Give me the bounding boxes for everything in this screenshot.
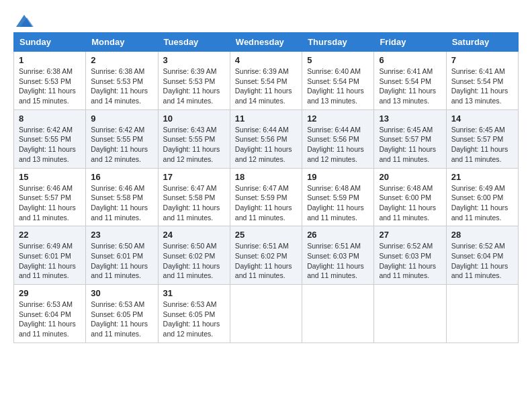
day-number: 26 <box>307 230 369 240</box>
calendar-day-cell <box>302 285 374 343</box>
day-info: Sunrise: 6:40 AM Sunset: 5:54 PM Dayligh… <box>307 66 369 106</box>
day-number: 2 <box>91 55 152 65</box>
day-number: 21 <box>451 172 513 182</box>
logo-icon <box>15 13 34 28</box>
calendar-day-cell: 25 Sunrise: 6:51 AM Sunset: 6:02 PM Dayl… <box>230 226 302 285</box>
day-info: Sunrise: 6:41 AM Sunset: 5:54 PM Dayligh… <box>379 66 441 106</box>
calendar-day-cell: 17 Sunrise: 6:47 AM Sunset: 5:58 PM Dayl… <box>158 168 230 226</box>
calendar-day-cell: 31 Sunrise: 6:53 AM Sunset: 6:05 PM Dayl… <box>158 285 230 343</box>
calendar-day-cell: 24 Sunrise: 6:50 AM Sunset: 6:02 PM Dayl… <box>158 226 230 285</box>
day-info: Sunrise: 6:38 AM Sunset: 5:53 PM Dayligh… <box>19 66 81 106</box>
day-number: 28 <box>451 230 513 240</box>
day-info: Sunrise: 6:46 AM Sunset: 5:57 PM Dayligh… <box>19 183 81 223</box>
calendar-day-cell: 26 Sunrise: 6:51 AM Sunset: 6:03 PM Dayl… <box>302 226 374 285</box>
calendar-day-cell: 13 Sunrise: 6:45 AM Sunset: 5:57 PM Dayl… <box>374 109 446 168</box>
calendar-day-cell: 8 Sunrise: 6:42 AM Sunset: 5:55 PM Dayli… <box>14 109 86 168</box>
day-info: Sunrise: 6:46 AM Sunset: 5:58 PM Dayligh… <box>91 183 152 223</box>
calendar-day-cell: 7 Sunrise: 6:41 AM Sunset: 5:54 PM Dayli… <box>446 52 518 110</box>
calendar-day-cell: 20 Sunrise: 6:48 AM Sunset: 6:00 PM Dayl… <box>374 168 446 226</box>
day-number: 30 <box>91 288 152 298</box>
day-info: Sunrise: 6:44 AM Sunset: 5:56 PM Dayligh… <box>235 125 297 165</box>
day-header-saturday: Saturday <box>446 33 518 52</box>
day-number: 14 <box>451 113 513 124</box>
calendar-day-cell: 6 Sunrise: 6:41 AM Sunset: 5:54 PM Dayli… <box>374 52 446 110</box>
day-info: Sunrise: 6:52 AM Sunset: 6:03 PM Dayligh… <box>379 241 441 281</box>
day-number: 1 <box>19 55 81 65</box>
day-header-friday: Friday <box>374 33 446 52</box>
day-info: Sunrise: 6:41 AM Sunset: 5:54 PM Dayligh… <box>451 66 513 106</box>
day-info: Sunrise: 6:43 AM Sunset: 5:55 PM Dayligh… <box>163 125 225 165</box>
page-header <box>13 13 519 26</box>
day-info: Sunrise: 6:47 AM Sunset: 5:59 PM Dayligh… <box>235 183 297 223</box>
day-header-thursday: Thursday <box>302 33 374 52</box>
day-info: Sunrise: 6:44 AM Sunset: 5:56 PM Dayligh… <box>307 125 369 165</box>
day-number: 3 <box>163 55 225 65</box>
calendar-day-cell: 5 Sunrise: 6:40 AM Sunset: 5:54 PM Dayli… <box>302 52 374 110</box>
day-info: Sunrise: 6:51 AM Sunset: 6:03 PM Dayligh… <box>307 241 369 281</box>
day-info: Sunrise: 6:49 AM Sunset: 6:00 PM Dayligh… <box>451 183 513 223</box>
calendar-day-cell: 10 Sunrise: 6:43 AM Sunset: 5:55 PM Dayl… <box>158 109 230 168</box>
calendar-day-cell: 28 Sunrise: 6:52 AM Sunset: 6:04 PM Dayl… <box>446 226 518 285</box>
day-number: 25 <box>235 230 297 240</box>
day-number: 18 <box>235 172 297 182</box>
day-number: 8 <box>19 113 81 124</box>
day-info: Sunrise: 6:53 AM Sunset: 6:05 PM Dayligh… <box>91 300 152 339</box>
day-number: 19 <box>307 172 369 182</box>
day-number: 4 <box>235 55 297 65</box>
day-number: 20 <box>379 172 441 182</box>
calendar-day-cell: 22 Sunrise: 6:49 AM Sunset: 6:01 PM Dayl… <box>14 226 86 285</box>
day-number: 12 <box>307 113 369 124</box>
day-info: Sunrise: 6:47 AM Sunset: 5:58 PM Dayligh… <box>163 183 225 223</box>
day-number: 10 <box>163 113 225 124</box>
calendar-day-cell: 11 Sunrise: 6:44 AM Sunset: 5:56 PM Dayl… <box>230 109 302 168</box>
day-number: 17 <box>163 172 225 182</box>
day-info: Sunrise: 6:53 AM Sunset: 6:05 PM Dayligh… <box>163 300 225 339</box>
day-number: 13 <box>379 113 441 124</box>
day-header-sunday: Sunday <box>14 33 86 52</box>
calendar-day-cell: 14 Sunrise: 6:45 AM Sunset: 5:57 PM Dayl… <box>446 109 518 168</box>
logo <box>13 13 34 26</box>
day-number: 29 <box>19 288 81 298</box>
day-info: Sunrise: 6:50 AM Sunset: 6:02 PM Dayligh… <box>163 241 225 281</box>
day-header-tuesday: Tuesday <box>158 33 230 52</box>
calendar-week-row: 22 Sunrise: 6:49 AM Sunset: 6:01 PM Dayl… <box>14 226 519 285</box>
day-info: Sunrise: 6:42 AM Sunset: 5:55 PM Dayligh… <box>19 125 81 165</box>
calendar-day-cell: 2 Sunrise: 6:38 AM Sunset: 5:53 PM Dayli… <box>86 52 158 110</box>
calendar-day-cell: 30 Sunrise: 6:53 AM Sunset: 6:05 PM Dayl… <box>86 285 158 343</box>
calendar-day-cell: 9 Sunrise: 6:42 AM Sunset: 5:55 PM Dayli… <box>86 109 158 168</box>
calendar-day-cell <box>374 285 446 343</box>
day-number: 22 <box>19 230 81 240</box>
calendar-day-cell: 4 Sunrise: 6:39 AM Sunset: 5:54 PM Dayli… <box>230 52 302 110</box>
day-number: 11 <box>235 113 297 124</box>
calendar-week-row: 29 Sunrise: 6:53 AM Sunset: 6:04 PM Dayl… <box>14 285 519 343</box>
day-info: Sunrise: 6:38 AM Sunset: 5:53 PM Dayligh… <box>91 66 152 106</box>
day-info: Sunrise: 6:51 AM Sunset: 6:02 PM Dayligh… <box>235 241 297 281</box>
day-info: Sunrise: 6:53 AM Sunset: 6:04 PM Dayligh… <box>19 300 81 339</box>
calendar-day-cell: 1 Sunrise: 6:38 AM Sunset: 5:53 PM Dayli… <box>14 52 86 110</box>
calendar-week-row: 15 Sunrise: 6:46 AM Sunset: 5:57 PM Dayl… <box>14 168 519 226</box>
calendar-table: SundayMondayTuesdayWednesdayThursdayFrid… <box>13 32 519 343</box>
day-number: 24 <box>163 230 225 240</box>
day-info: Sunrise: 6:48 AM Sunset: 6:00 PM Dayligh… <box>379 183 441 223</box>
calendar-day-cell: 27 Sunrise: 6:52 AM Sunset: 6:03 PM Dayl… <box>374 226 446 285</box>
calendar-day-cell: 21 Sunrise: 6:49 AM Sunset: 6:00 PM Dayl… <box>446 168 518 226</box>
day-info: Sunrise: 6:45 AM Sunset: 5:57 PM Dayligh… <box>379 125 441 165</box>
day-number: 27 <box>379 230 441 240</box>
day-info: Sunrise: 6:50 AM Sunset: 6:01 PM Dayligh… <box>91 241 152 281</box>
calendar-day-cell <box>446 285 518 343</box>
day-header-monday: Monday <box>86 33 158 52</box>
day-number: 5 <box>307 55 369 65</box>
calendar-header-row: SundayMondayTuesdayWednesdayThursdayFrid… <box>14 33 519 52</box>
day-number: 23 <box>91 230 152 240</box>
day-info: Sunrise: 6:49 AM Sunset: 6:01 PM Dayligh… <box>19 241 81 281</box>
calendar-week-row: 8 Sunrise: 6:42 AM Sunset: 5:55 PM Dayli… <box>14 109 519 168</box>
calendar-day-cell: 23 Sunrise: 6:50 AM Sunset: 6:01 PM Dayl… <box>86 226 158 285</box>
calendar-day-cell: 18 Sunrise: 6:47 AM Sunset: 5:59 PM Dayl… <box>230 168 302 226</box>
day-info: Sunrise: 6:48 AM Sunset: 5:59 PM Dayligh… <box>307 183 369 223</box>
day-info: Sunrise: 6:42 AM Sunset: 5:55 PM Dayligh… <box>91 125 152 165</box>
day-info: Sunrise: 6:52 AM Sunset: 6:04 PM Dayligh… <box>451 241 513 281</box>
day-info: Sunrise: 6:45 AM Sunset: 5:57 PM Dayligh… <box>451 125 513 165</box>
day-info: Sunrise: 6:39 AM Sunset: 5:53 PM Dayligh… <box>163 66 225 106</box>
calendar-day-cell <box>230 285 302 343</box>
calendar-day-cell: 15 Sunrise: 6:46 AM Sunset: 5:57 PM Dayl… <box>14 168 86 226</box>
